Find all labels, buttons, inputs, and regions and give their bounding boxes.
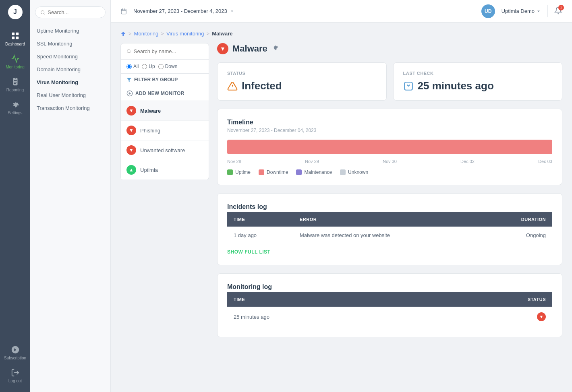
monitoring-tbody: 25 minutes ago ▼: [227, 307, 552, 327]
topbar-date-range[interactable]: November 27, 2023 - December 4, 2023: [133, 8, 234, 14]
mon-col-time: TIME: [227, 292, 425, 307]
settings-icon: [11, 100, 20, 109]
sidebar-item-speed[interactable]: Speed Monitoring: [30, 50, 110, 63]
legend-downtime: Downtime: [259, 169, 288, 175]
sidebar-item-uptime[interactable]: Uptime Monitoring: [30, 25, 110, 37]
sidebar-item-rum[interactable]: Real User Monitoring: [30, 89, 110, 102]
monitor-search: [121, 43, 209, 60]
monitor-search-icon: [126, 49, 131, 54]
incidents-section: Incidents log TIME ERROR DURATION 1 day …: [217, 193, 562, 265]
nav-item-reporting[interactable]: Reporting: [0, 73, 30, 96]
warning-icon: [227, 81, 238, 91]
monitoring-log-section: Monitoring log TIME STATUS 25 minutes ag…: [217, 273, 562, 337]
settings-gear-button[interactable]: [271, 44, 279, 53]
sidebar-item-transaction[interactable]: Transaction Monitoring: [30, 102, 110, 115]
legend-unknown: Unknown: [340, 169, 368, 175]
calendar-icon: [120, 8, 127, 14]
main-right: ▼ Malware STATUS: [217, 43, 562, 345]
filter-down[interactable]: Down: [158, 64, 178, 69]
filter-by-group[interactable]: FILTER BY GROUP: [121, 74, 209, 86]
incident-time: 1 day ago: [227, 227, 293, 244]
svg-point-4: [41, 10, 44, 14]
svg-point-10: [127, 50, 130, 53]
add-monitor-button[interactable]: ADD NEW MONITOR: [121, 86, 209, 101]
timeline-section: Timeline November 27, 2023 - December 04…: [217, 109, 562, 185]
svg-marker-12: [127, 78, 131, 82]
monitor-filter-row: All Up Down: [121, 60, 209, 74]
left-nav: J Dashboard Monitoring Reporting Setting…: [0, 0, 30, 392]
grid-icon: [11, 31, 20, 40]
incidents-tbody: 1 day ago Malware was detected on your w…: [227, 227, 552, 244]
page-status-icon: ▼: [217, 43, 228, 54]
incident-error[interactable]: Malware was detected on your website: [293, 227, 483, 244]
timeline-bar: [227, 140, 552, 154]
sidebar-search-input[interactable]: [48, 9, 100, 15]
main-wrap: November 27, 2023 - December 4, 2023 UD …: [111, 0, 572, 392]
svg-rect-2: [12, 37, 14, 39]
filter-up[interactable]: Up: [142, 64, 155, 69]
breadcrumb-virus[interactable]: Virus monitoring: [166, 31, 204, 37]
sidebar-item-ssl[interactable]: SSL Monitoring: [30, 37, 110, 50]
monitor-item-uptimia[interactable]: ▲ Uptimia: [121, 160, 209, 180]
monitoring-thead: TIME STATUS: [227, 292, 552, 307]
col-error: ERROR: [293, 212, 483, 227]
mon-col-status: STATUS: [425, 292, 552, 307]
monitor-item-malware[interactable]: ▼ Malware: [121, 101, 209, 121]
svg-rect-0: [12, 33, 14, 35]
filter-icon: [126, 77, 132, 83]
monitoring-table: TIME STATUS 25 minutes ago ▼: [227, 292, 552, 327]
col-duration: DURATION: [483, 212, 552, 227]
svg-rect-6: [121, 9, 126, 14]
rocket-icon: [11, 345, 20, 354]
notification-bell[interactable]: 1: [554, 6, 562, 16]
timeline-labels: Nov 28 Nov 29 Nov 30 Dec 02 Dec 03: [227, 159, 552, 164]
breadcrumb-monitoring[interactable]: Monitoring: [134, 31, 159, 37]
monitoring-status-icon: ▼: [537, 312, 546, 321]
unknown-dot: [340, 169, 346, 175]
add-icon: [126, 90, 133, 97]
unwanted-status-icon: ▼: [126, 145, 136, 155]
downtime-dot: [259, 169, 264, 175]
sidebar: Uptime Monitoring SSL Monitoring Speed M…: [30, 0, 111, 392]
lastcheck-card: LAST CHECK 25 minutes ago: [393, 62, 563, 101]
svg-rect-3: [16, 37, 18, 39]
svg-line-11: [130, 52, 131, 53]
user-menu[interactable]: Uptimia Demo: [502, 8, 541, 14]
gear-icon: [271, 44, 279, 52]
nav-item-dashboard[interactable]: Dashboard: [0, 27, 30, 50]
legend-maintenance: Maintenance: [296, 169, 332, 175]
main-inner: All Up Down FILTER BY GROUP: [120, 43, 562, 345]
nav-item-logout[interactable]: Log out: [0, 364, 30, 387]
breadcrumb-current: Malware: [212, 31, 232, 37]
incidents-table: TIME ERROR DURATION 1 day ago Malware wa…: [227, 212, 552, 244]
status-card: STATUS Infected: [217, 62, 387, 101]
filter-all[interactable]: All: [126, 64, 139, 69]
monitor-item-unwanted[interactable]: ▼ Unwanted software: [121, 140, 209, 160]
sidebar-search: [35, 6, 106, 18]
show-full-list-button[interactable]: SHOW FULL LIST: [227, 249, 270, 255]
monitoring-row: 25 minutes ago ▼: [227, 307, 552, 327]
page-title: Malware: [232, 43, 267, 54]
sidebar-item-virus[interactable]: Virus Monitoring: [30, 76, 110, 89]
incident-duration: Ongoing: [483, 227, 552, 244]
maintenance-dot: [296, 169, 302, 175]
incident-row: 1 day ago Malware was detected on your w…: [227, 227, 552, 244]
logout-icon: [11, 368, 20, 377]
timeline-legend: Uptime Downtime Maintenance Unknown: [227, 169, 552, 175]
nav-logo[interactable]: J: [8, 5, 23, 19]
uptime-dot: [227, 169, 233, 175]
uptimia-status-icon: ▲: [126, 165, 136, 175]
legend-uptime: Uptime: [227, 169, 251, 175]
monitor-search-input[interactable]: [134, 48, 203, 54]
monitoring-time[interactable]: 25 minutes ago: [227, 307, 425, 327]
nav-item-monitoring[interactable]: Monitoring: [0, 50, 30, 73]
nav-item-subscription[interactable]: Subscription: [0, 341, 30, 364]
nav-item-settings[interactable]: Settings: [0, 96, 30, 119]
monitor-item-phishing[interactable]: ▼ Phishing: [121, 121, 209, 140]
page-header: ▼ Malware: [217, 43, 562, 54]
malware-status-icon: ▼: [126, 106, 136, 116]
breadcrumb: > Monitoring > Virus monitoring > Malwar…: [120, 31, 562, 37]
sidebar-item-domain[interactable]: Domain Monitoring: [30, 63, 110, 76]
notification-badge: 1: [558, 5, 564, 10]
home-icon[interactable]: [120, 31, 126, 37]
